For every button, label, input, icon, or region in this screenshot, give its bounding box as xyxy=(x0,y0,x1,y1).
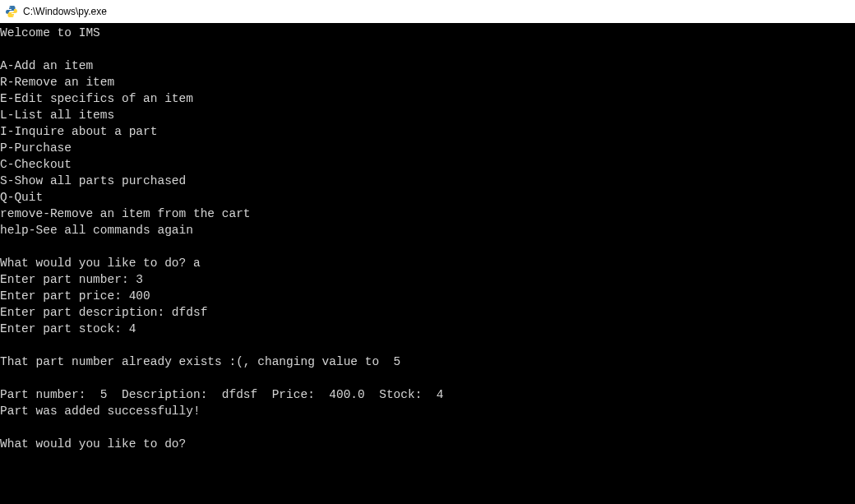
terminal-line: What would you like to do? a xyxy=(0,255,855,271)
terminal-line: Enter part stock: 4 xyxy=(0,321,855,337)
terminal-line: P-Purchase xyxy=(0,140,855,156)
terminal-line: Enter part description: dfdsf xyxy=(0,304,855,321)
terminal-line xyxy=(0,41,855,58)
terminal-line: What would you like to do? xyxy=(0,436,855,452)
terminal-line: help-See all commands again xyxy=(0,222,855,238)
terminal-line: I-Inquire about a part xyxy=(0,123,855,140)
terminal-line xyxy=(0,238,855,255)
terminal-line: A-Add an item xyxy=(0,58,855,74)
window-title: C:\Windows\py.exe xyxy=(23,6,107,17)
terminal-line: L-List all items xyxy=(0,107,855,123)
terminal-line: remove-Remove an item from the cart xyxy=(0,206,855,222)
window-titlebar[interactable]: C:\Windows\py.exe xyxy=(0,0,855,23)
terminal-line: Welcome to IMS xyxy=(0,25,855,41)
terminal-line: Enter part number: 3 xyxy=(0,271,855,288)
terminal-line: Part number: 5 Description: dfdsf Price:… xyxy=(0,386,855,403)
python-icon xyxy=(5,5,18,18)
terminal-line: S-Show all parts purchased xyxy=(0,173,855,189)
terminal-line: R-Remove an item xyxy=(0,74,855,90)
terminal-line: Q-Quit xyxy=(0,189,855,206)
terminal-output[interactable]: Welcome to IMSA-Add an itemR-Remove an i… xyxy=(0,23,855,452)
terminal-line xyxy=(0,337,855,354)
terminal-line: C-Checkout xyxy=(0,156,855,173)
terminal-line: That part number already exists :(, chan… xyxy=(0,354,855,370)
terminal-line: Enter part price: 400 xyxy=(0,288,855,304)
terminal-line: E-Edit specifics of an item xyxy=(0,90,855,107)
terminal-line: Part was added successfully! xyxy=(0,403,855,419)
terminal-line xyxy=(0,370,855,386)
terminal-line xyxy=(0,419,855,436)
